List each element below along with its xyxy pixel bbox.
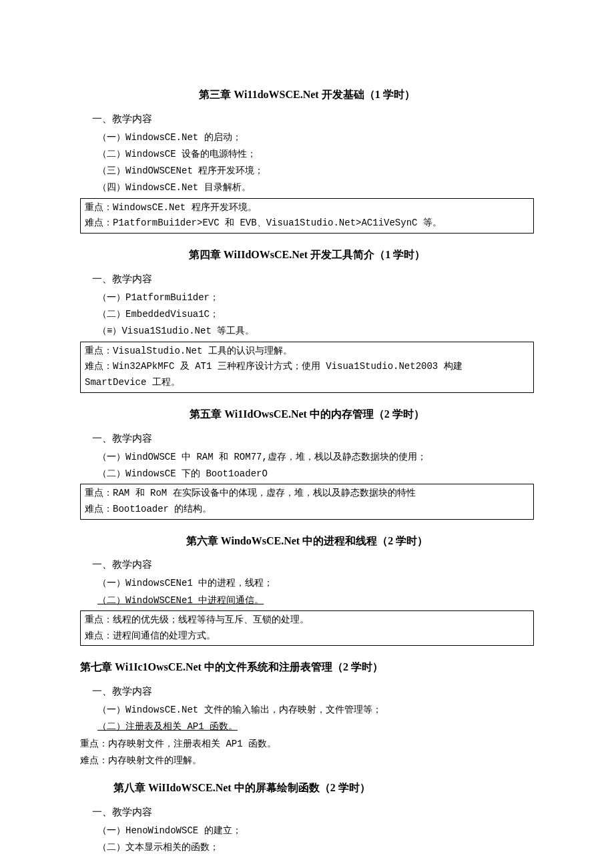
ch8-item: （二）文本显示相关的函数； xyxy=(97,839,534,856)
ch4-notes-box: 重点：VisualStudio.Net 工具的认识与理解。 难点：Win32AP… xyxy=(80,342,534,393)
ch7-key-point: 重点：内存映射文件，注册表相关 AP1 函数。 xyxy=(80,736,534,753)
title-post: 中的内存管理（2 学时） xyxy=(307,408,424,420)
chapter-3-title: 第三章 Wi11doWSCE.Net 开发基础（1 学时） xyxy=(80,85,534,105)
title-kw: WiIIdOWsCE.Net xyxy=(224,249,308,260)
chapter-6-title: 第六章 WindoWsCE.Net 中的进程和线程（2 学时） xyxy=(80,532,534,551)
ch4-section-head: 一、教学内容 xyxy=(92,270,534,288)
ch7-item: （一）WindowsCE.Net 文件的输入输出，内存映射，文件管理等； xyxy=(97,702,534,719)
ch4-key-point: 重点：VisualStudio.Net 工具的认识与理解。 xyxy=(85,344,529,360)
title-post: 开发基础（1 学时） xyxy=(319,89,415,100)
ch7-section-head: 一、教学内容 xyxy=(92,683,534,701)
ch8-item: （一）HenoWindoWSCE 的建立； xyxy=(97,823,534,839)
ch5-item: （二）WindowsCE 下的 Boot1oaderO xyxy=(97,466,534,482)
ch6-item: （一）WindowsCENe1 中的进程，线程； xyxy=(97,575,534,592)
title-post: 中的文件系统和注册表管理（2 学时） xyxy=(202,661,383,673)
ch5-difficulty: 难点：Boot1oader 的结构。 xyxy=(85,502,529,518)
ch6-item-underline: （二）WindoWSCENe1 中进程间通信。 xyxy=(97,592,534,609)
title-pre: 第七章 xyxy=(80,661,115,673)
ch4-item: （≡）Visua1S1udio.Net 等工具。 xyxy=(97,323,534,340)
title-kw: WiIIdoWSCE.Net xyxy=(148,782,232,793)
ch4-difficulty: 难点：Win32APkMFC 及 AT1 三种程序设计方式；使用 Visua1S… xyxy=(85,359,529,391)
ch6-key-point: 重点：线程的优先级；线程等待与互斥、互锁的处理。 xyxy=(85,612,529,628)
ch8-section-head: 一、教学内容 xyxy=(92,803,534,821)
ch3-notes-box: 重点：WindowsCE.Net 程序开发环境。 难点：P1atformBui1… xyxy=(80,198,534,234)
title-pre: 第八章 xyxy=(113,782,148,793)
title-kw: Wi1IdOwsCE.Net xyxy=(224,408,307,420)
ch3-item: （四）WindowsCE.Net 目录解析。 xyxy=(97,179,534,196)
ch7-item-underline: （二）注册表及相关 AP1 函数。 xyxy=(97,719,534,735)
title-kw: WindoWsCE.Net xyxy=(221,535,300,546)
ch5-item: （一）WindOWSCE 中 RAM 和 ROM77,虚存，堆，栈以及静态数据块… xyxy=(97,449,534,466)
title-post: 中的屏幕绘制函数（2 学时） xyxy=(232,782,370,793)
chapter-4-title: 第四章 WiIIdOWsCE.Net 开发工具简介（1 学时） xyxy=(80,246,534,265)
ch3-item: （三）WindOWSCENet 程序开发环境； xyxy=(97,163,534,179)
title-post: 开发工具简介（1 学时） xyxy=(308,249,425,260)
ch4-item: （一）P1atformBui1der； xyxy=(97,290,534,306)
title-kw: Wi1Ic1OwsCE.Net xyxy=(115,661,202,673)
title-pre: 第四章 xyxy=(189,249,224,260)
ch3-item: （一）WindowsCE.Net 的启动； xyxy=(97,129,534,146)
ch6-difficulty: 难点：进程间通信的处理方式。 xyxy=(85,628,529,644)
chapter-8-title: 第八章 WiIIdoWSCE.Net 中的屏幕绘制函数（2 学时） xyxy=(113,779,534,798)
title-pre: 第六章 xyxy=(186,535,221,546)
title-kw: Wi11doWSCE.Net xyxy=(234,89,318,100)
ch3-key-point: 重点：WindowsCE.Net 程序开发环境。 xyxy=(85,200,529,216)
ch7-difficulty: 难点：内存映射文件的理解。 xyxy=(80,753,534,769)
ch5-notes-box: 重点：RAM 和 RoM 在实际设备中的体现，虚存，堆，栈以及静态数据块的特性 … xyxy=(80,484,534,520)
ch3-item: （二）WindowsCE 设备的电源特性； xyxy=(97,146,534,163)
ch5-section-head: 一、教学内容 xyxy=(92,430,534,448)
ch3-difficulty: 难点：P1atformBui1der>EVC 和 EVB、Visua1Studi… xyxy=(85,215,529,232)
ch6-notes-box: 重点：线程的优先级；线程等待与互斥、互锁的处理。 难点：进程间通信的处理方式。 xyxy=(80,610,534,646)
title-pre: 第三章 xyxy=(199,89,234,100)
chapter-5-title: 第五章 Wi1IdOwsCE.Net 中的内存管理（2 学时） xyxy=(80,405,534,424)
ch3-section-head: 一、教学内容 xyxy=(92,110,534,128)
chapter-7-title: 第七章 Wi1Ic1OwsCE.Net 中的文件系统和注册表管理（2 学时） xyxy=(80,658,534,677)
ch5-key-point: 重点：RAM 和 RoM 在实际设备中的体现，虚存，堆，栈以及静态数据块的特性 xyxy=(85,486,529,502)
ch6-section-head: 一、教学内容 xyxy=(92,556,534,574)
title-post: 中的进程和线程（2 学时） xyxy=(300,535,428,546)
title-pre: 第五章 xyxy=(190,408,224,420)
ch4-item: （二）EmbeddedVisua1C； xyxy=(97,306,534,323)
